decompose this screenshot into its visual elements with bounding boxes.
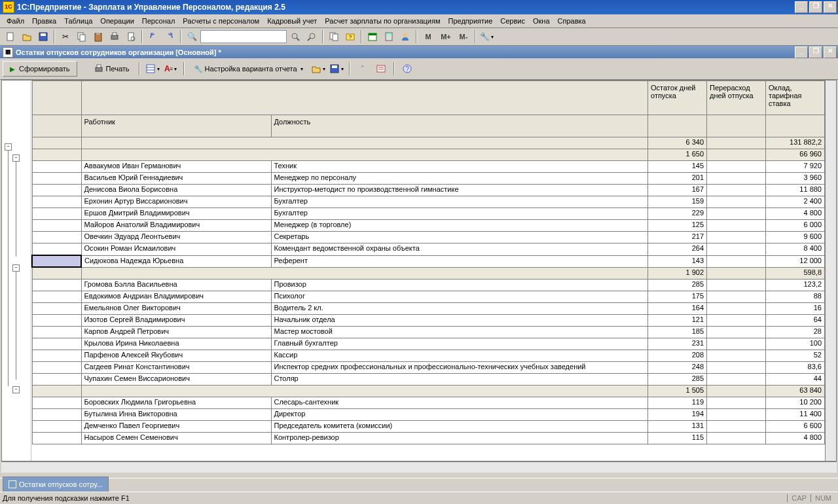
tree-toggle[interactable]: - — [12, 386, 20, 393]
tree-toggle[interactable]: - — [12, 154, 20, 162]
sub-close-button[interactable]: ✕ — [824, 46, 837, 58]
svg-rect-31 — [377, 65, 385, 72]
report-icon — [9, 480, 16, 488]
table-row: Парфенов Алексей ЯкубовичКассир20852 — [32, 350, 825, 362]
undo-icon[interactable] — [145, 29, 161, 45]
data-table: Остаток дней отпуска Перерасход дней отп… — [31, 81, 825, 444]
group-row: 1 65066 960 — [32, 149, 825, 161]
status-hint: Для получения подсказки нажмите F1 — [3, 494, 130, 502]
horizontal-scrollbar[interactable] — [1, 461, 837, 473]
docs-icon[interactable] — [326, 29, 342, 45]
menu-help[interactable]: Справка — [554, 16, 590, 26]
find-next-icon[interactable] — [287, 29, 303, 45]
group-row: 6 340131 882,2 — [32, 137, 825, 149]
menu-edit[interactable]: Правка — [28, 16, 60, 26]
report-icon: ▦ — [3, 47, 13, 58]
restore-button[interactable]: ❐ — [809, 1, 822, 13]
paste-icon[interactable] — [90, 29, 106, 45]
info-icon[interactable]: ? — [342, 29, 358, 45]
table-row: Чупахин Семен ВиссарионовичСтоляр28544 — [32, 374, 825, 386]
subwindow-title: Остатки отпусков сотрудников организации… — [16, 48, 795, 56]
menu-operations[interactable]: Операции — [96, 16, 137, 26]
table-row: Ерхонин Артур ВиссарионовичБухгалтер1592… — [32, 196, 825, 208]
table-row: Емельянов Олег ВикторовичВодитель 2 кл.1… — [32, 303, 825, 315]
mem-m[interactable]: М — [420, 29, 437, 45]
window-tab[interactable]: Остатки отпусков сотру... — [3, 477, 109, 492]
redo-icon[interactable] — [162, 29, 177, 45]
svg-rect-20 — [369, 33, 376, 35]
help-icon[interactable]: ? — [399, 61, 415, 77]
menubar: Файл Правка Таблица Операции Персонал Ра… — [0, 14, 838, 28]
open-icon[interactable] — [19, 29, 35, 45]
menu-hr[interactable]: Кадровый учет — [263, 16, 321, 26]
svg-line-14 — [308, 38, 310, 41]
app-title: 1С:Предприятие - Зарплата и Управление П… — [17, 3, 795, 12]
table-view-icon[interactable]: ▾ — [145, 61, 160, 77]
table-row: Демченко Павел ГеоргиевичПредседатель ко… — [32, 421, 825, 433]
window-tabbar: Остатки отпусков сотру... — [0, 478, 838, 492]
menu-calc-personnel[interactable]: Расчеты с персоналом — [179, 16, 263, 26]
menu-service[interactable]: Сервис — [496, 16, 529, 26]
calc-icon[interactable] — [381, 29, 397, 45]
svg-rect-2 — [41, 33, 46, 36]
table-row: Насыров Семен СеменовичКонтролер-ревизор… — [32, 433, 825, 444]
table-row: Ершов Дмитрий ВладимировичБухгалтер2294 … — [32, 208, 825, 220]
table-row: Боровских Людмила ГригорьевнаСлесарь-сан… — [32, 397, 825, 409]
wrench-icon[interactable]: 🔧▾ — [479, 29, 494, 45]
group-row: 1 902598,8 — [32, 267, 825, 279]
tree-toggle[interactable]: - — [12, 264, 20, 272]
menu-table[interactable]: Таблица — [60, 16, 96, 26]
col-worker: Работник — [81, 115, 271, 137]
tree-toggle[interactable]: - — [5, 143, 12, 151]
list-icon[interactable] — [373, 61, 389, 77]
mem-mminus[interactable]: М- — [455, 29, 472, 45]
sub-minimize-button[interactable]: _ — [795, 46, 808, 58]
form-button[interactable]: ▶Сформировать — [3, 61, 77, 77]
search-combo[interactable] — [200, 30, 287, 43]
table-row: Изотов Сергей ВладимировичНачальник отде… — [32, 315, 825, 327]
svg-text:?: ? — [349, 34, 352, 40]
font-color-icon[interactable]: A≡▾ — [163, 61, 179, 77]
cut-icon[interactable]: ✂ — [58, 29, 73, 45]
table-row: Евдокимов Андриан ВладимировичПсихолог17… — [32, 291, 825, 303]
sub-restore-button[interactable]: ❐ — [809, 46, 822, 58]
table-row: Сидюкова Надежда ЮрьевнаРеферент14312 00… — [32, 255, 825, 267]
menu-enterprise[interactable]: Предприятие — [445, 16, 497, 26]
svg-rect-25 — [97, 65, 101, 67]
svg-rect-22 — [386, 33, 392, 35]
svg-rect-16 — [333, 34, 338, 41]
open-settings-icon[interactable]: ▾ — [310, 61, 326, 77]
close-button[interactable]: ✕ — [824, 1, 837, 13]
copy-icon[interactable] — [74, 29, 90, 45]
table-row: Карпов Андрей ПетровичМастер мостовой185… — [32, 327, 825, 338]
quote-icon[interactable]: " — [355, 61, 371, 77]
calendar-icon[interactable] — [365, 29, 380, 45]
table-row: Овечкин Эдуард ЛеонтьевичСекретарь2179 6… — [32, 232, 825, 243]
print-icon[interactable] — [107, 29, 122, 45]
app-logo-icon: 1C — [3, 1, 14, 13]
person-icon[interactable] — [397, 29, 413, 45]
menu-file[interactable]: Файл — [3, 16, 28, 26]
caps-indicator: CAP — [787, 494, 811, 502]
report-settings-button[interactable]: 🔧Настройка варианта отчета▾ — [189, 61, 308, 77]
save-icon[interactable] — [35, 29, 51, 45]
minimize-button[interactable]: _ — [795, 1, 808, 13]
table-row: Осокин Роман ИсмаиловичКомендант ведомст… — [32, 243, 825, 256]
table-row: Аввакумов Иван ГермановичТехник1457 920 — [32, 161, 825, 173]
col-days: Остаток дней отпуска — [648, 81, 707, 115]
new-doc-icon[interactable] — [3, 29, 18, 45]
menu-payroll[interactable]: Расчет зарплаты по организациям — [321, 16, 444, 26]
menu-personnel[interactable]: Персонал — [138, 16, 179, 26]
preview-icon[interactable] — [123, 29, 139, 45]
svg-rect-6 — [96, 33, 100, 35]
svg-rect-8 — [113, 33, 117, 35]
menu-windows[interactable]: Окна — [529, 16, 554, 26]
find-prev-icon[interactable] — [304, 29, 319, 45]
mem-mplus[interactable]: М+ — [437, 29, 454, 45]
group-row: 1 50563 840 — [32, 386, 825, 397]
save-settings-icon[interactable]: ▾ — [329, 61, 344, 77]
svg-point-23 — [403, 33, 407, 37]
vertical-scrollbar[interactable] — [825, 81, 836, 461]
find-icon[interactable]: 🔍 — [184, 29, 200, 45]
print-button[interactable]: Печать — [89, 61, 134, 77]
